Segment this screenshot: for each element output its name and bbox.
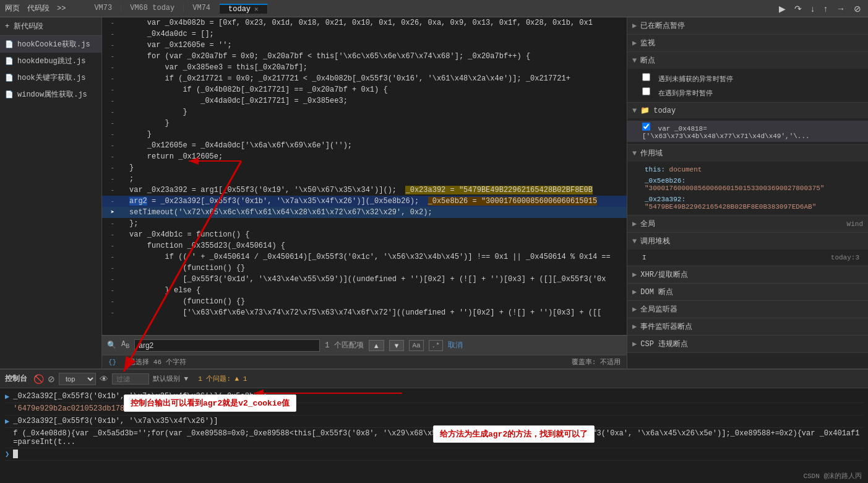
chevron-down-icon-bp: ▼ <box>632 56 637 65</box>
bp-exception: 在遇到异常时暂停 <box>627 85 868 100</box>
file-item-window[interactable]: 📄 window属性获取.js <box>0 86 101 103</box>
code-line-6: - if (_0x217721 = 0x0; _0x217721 < _0x4b… <box>102 73 627 84</box>
cancel-search-btn[interactable]: 取消 <box>448 340 463 350</box>
console-controls: 🚫 ⊘ top 👁 默认级别 ▼ 1 个问题: ▲ 1 <box>33 373 247 385</box>
tab-vm74[interactable]: VM74 <box>184 4 220 12</box>
brace-icon: {} <box>108 359 116 366</box>
menu-codeseg[interactable]: 代码段 <box>27 3 49 14</box>
chevron-right-icon-watch: ▶ <box>632 38 637 48</box>
code-line-2: - _0x4da0dc = []; <box>102 28 627 40</box>
callstack-item[interactable]: I today:3 <box>627 252 868 263</box>
console-cursor[interactable] <box>13 450 863 458</box>
section-breakpoints-header[interactable]: ▼ 断点 <box>627 52 868 69</box>
sidebar: + 新代码段 📄 hookCookie获取.js 📄 hookdebug跳过.j… <box>0 17 102 368</box>
tab-today[interactable]: today ✕ <box>220 4 268 14</box>
console-cursor-line[interactable]: ❯ <box>5 448 863 461</box>
right-panel: ▶ 已在断点暂停 ▶ 监视 ▼ 断点 遇到未捕获的异常时暂停 在遇到异常时 <box>627 17 868 368</box>
bp-exception-checkbox[interactable] <box>642 87 650 95</box>
chevron-right-icon-dom: ▶ <box>632 287 637 297</box>
chevron-down-icon-today: ▼ <box>632 107 637 115</box>
menu-more[interactable]: >> <box>57 4 66 13</box>
main-area: + 新代码段 📄 hookCookie获取.js 📄 hookdebug跳过.j… <box>0 17 868 368</box>
chevron-right-icon: ▶ <box>632 21 637 30</box>
console-header: 控制台 🚫 ⊘ top 👁 默认级别 ▼ 1 个问题: ▲ 1 <box>0 370 868 388</box>
code-line-16: - var _0x23a392 = arg1[_0x55f3('0x19', '… <box>102 185 627 196</box>
file-icon-hookkey: 📄 <box>5 74 14 82</box>
chevron-right-icon-global: ▶ <box>632 219 637 228</box>
step-out-icon[interactable]: ↑ <box>822 4 830 14</box>
section-today-bp: ▼ 📁 today var _0x4818=['\x63\x73\x4b\x48… <box>627 103 868 145</box>
code-line-22: - if (('' + _0x450614 / _0x450614)[_0x55… <box>102 251 627 263</box>
case-sensitive-btn[interactable]: Aa <box>409 340 423 351</box>
section-watch-header[interactable]: ▶ 监视 <box>627 35 868 51</box>
section-today-bp-header[interactable]: ▼ 📁 today <box>627 103 868 118</box>
code-line-24: - [_0x55f3('0x1d', '\x43\x4e\x55\x59')](… <box>102 274 627 285</box>
section-callstack-header[interactable]: ▼ 调用堆栈 <box>627 233 868 250</box>
step-into-icon[interactable]: ↓ <box>809 4 817 14</box>
search-input[interactable] <box>134 339 320 352</box>
today-bp-content: var _0x4818=['\x63\x73\x4b\x48\x77\x71\x… <box>627 118 868 144</box>
match-count: 1 个匹配项 <box>325 340 363 350</box>
file-item-hookkey[interactable]: 📄 hook关键字获取.js <box>0 69 101 86</box>
code-line-13: - return _0x12605e; <box>102 151 627 162</box>
chevron-right-icon-xhr: ▶ <box>632 270 637 279</box>
clear-console-btn[interactable]: 🚫 <box>33 374 44 384</box>
deactivate-breakpoints-icon[interactable]: ⊘ <box>852 4 863 14</box>
code-area[interactable]: - var _0x4b082b = [0xf, 0x23, 0x1d, 0x18… <box>102 17 627 335</box>
section-paused: ▶ 已在断点暂停 <box>627 17 868 35</box>
scrollbar-horizontal[interactable] <box>102 318 627 324</box>
chevron-down-icon-cs: ▼ <box>632 237 637 246</box>
section-csp: ▶ CSP 违规断点 <box>627 336 868 353</box>
prev-match-btn[interactable]: ▲ <box>369 340 384 351</box>
section-csp-header[interactable]: ▶ CSP 违规断点 <box>627 336 868 352</box>
top-selector[interactable]: top <box>59 373 96 385</box>
section-event-listeners-header[interactable]: ▶ 事件监听器断点 <box>627 318 868 335</box>
chevron-right-icon-csp: ▶ <box>632 339 637 349</box>
default-level[interactable]: 默认级别 ▼ <box>153 374 188 383</box>
menu-webpage[interactable]: 网页 <box>5 3 20 14</box>
section-xhr-header[interactable]: ▶ XHR/提取断点 <box>627 266 868 283</box>
issue-count: 1 个问题: ▲ 1 <box>198 374 247 383</box>
console-filter-input[interactable] <box>112 373 149 385</box>
eye-icon[interactable]: 👁 <box>100 374 108 384</box>
bp-today-checkbox[interactable] <box>642 123 650 131</box>
section-global-header[interactable]: ▶ 全局 Wind <box>627 215 868 232</box>
menu-bar: 网页 代码段 >> VM73 VM68 today VM74 today ✕ ▶… <box>0 0 868 17</box>
tab-vm68[interactable]: VM68 today <box>121 4 184 12</box>
show-console-btn[interactable]: ⊘ <box>48 374 55 384</box>
console-text-1: _0x23a392[_0x55f3('0x1b', '\x7a\x35\x4f\… <box>13 392 863 401</box>
next-match-btn[interactable]: ▼ <box>389 340 405 351</box>
code-line-23: - (function() {} <box>102 263 627 274</box>
callstack-content: I today:3 <box>627 250 868 266</box>
file-item-hookcookie[interactable]: 📄 hookCookie获取.js <box>0 36 101 53</box>
code-line-5: - var _0x385ee3 = this[_0x20a7bf]; <box>102 62 627 73</box>
file-item-hookdebug[interactable]: 📄 hookdebug跳过.js <box>0 53 101 69</box>
code-line-9: - } <box>102 107 627 118</box>
expand-icon-3[interactable]: ▶ <box>5 417 9 426</box>
section-scope-header[interactable]: ▼ 作用域 <box>627 145 868 162</box>
section-global-listeners-header[interactable]: ▶ 全局监听器 <box>627 301 868 318</box>
code-line-15: - ; <box>102 173 627 185</box>
code-line-26: - (function() {} <box>102 296 627 307</box>
bp-today-item[interactable]: var _0x4818=['\x63\x73\x4b\x48\x77\x71\x… <box>627 121 868 142</box>
section-paused-header[interactable]: ▶ 已在断点暂停 <box>627 17 868 34</box>
regex-btn[interactable]: .* <box>429 340 443 351</box>
chevron-down-icon-scope: ▼ <box>632 149 637 158</box>
bp-uncaught-checkbox[interactable] <box>642 73 650 81</box>
code-line-12: - _0x12605e = _0x4da0dc['\x6a\x6f\x69\x6… <box>102 140 627 151</box>
scope-this: this: document <box>627 164 868 175</box>
editor-container: - var _0x4b082b = [0xf, 0x23, 0x1d, 0x18… <box>102 17 627 368</box>
close-tab-icon[interactable]: ✕ <box>254 5 259 13</box>
console-body: 控制台输出可以看到agr2就是v2_cookie值 给方法为生成agr2的方法，… <box>0 388 868 483</box>
section-global-listeners: ▶ 全局监听器 <box>627 301 868 318</box>
tab-vm73[interactable]: VM73 <box>85 4 121 12</box>
code-line-17-highlighted: - arg2 = _0x23a392[_0x55f3('0x1b', '\x7a… <box>102 196 627 207</box>
section-dom-header[interactable]: ▶ DOM 断点 <box>627 284 868 300</box>
section-callstack: ▼ 调用堆栈 I today:3 <box>627 233 868 266</box>
code-line-1: - var _0x4b082b = [0xf, 0x23, 0x1d, 0x18… <box>102 17 627 28</box>
step-icon[interactable]: → <box>835 4 847 14</box>
expand-icon-1[interactable]: ▶ <box>5 392 9 401</box>
step-over-icon[interactable]: ↷ <box>793 4 804 14</box>
resume-icon[interactable]: ▶ <box>777 4 788 14</box>
code-line-20: - var _0x4db1c = function() { <box>102 229 627 240</box>
